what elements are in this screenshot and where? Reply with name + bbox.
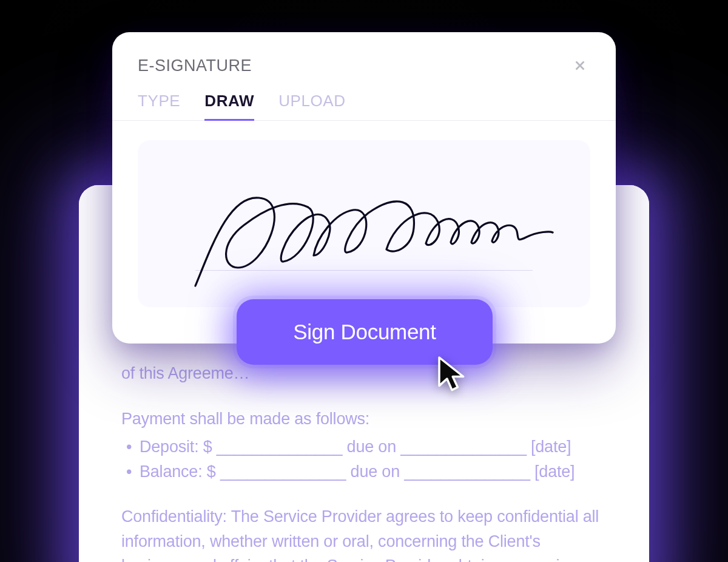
tab-type[interactable]: TYPE xyxy=(138,92,180,121)
modal-title: E-SIGNATURE xyxy=(138,56,252,75)
signature-tabs: TYPE DRAW UPLOAD xyxy=(112,76,616,121)
document-confidentiality: Confidentiality: The Service Provider ag… xyxy=(121,504,607,562)
close-icon xyxy=(573,64,587,74)
document-payment-intro: Payment shall be made as follows: xyxy=(121,407,607,432)
list-item: Deposit: $ ______________ due on _______… xyxy=(140,435,607,459)
tab-draw[interactable]: DRAW xyxy=(204,92,254,121)
tab-upload[interactable]: UPLOAD xyxy=(278,92,346,121)
list-item: Balance: $ ______________ due on _______… xyxy=(140,459,607,484)
esignature-modal: E-SIGNATURE TYPE DRAW UPLOAD xyxy=(112,32,616,344)
cursor-icon xyxy=(435,354,469,394)
close-button[interactable] xyxy=(570,55,590,76)
document-bullets: Deposit: $ ______________ due on _______… xyxy=(121,435,607,484)
signature-draw-area[interactable] xyxy=(138,140,590,307)
drawn-signature xyxy=(186,177,562,298)
document-truncated-line: of this Agreeme… xyxy=(121,361,607,386)
sign-button-label: Sign Document xyxy=(293,320,436,344)
